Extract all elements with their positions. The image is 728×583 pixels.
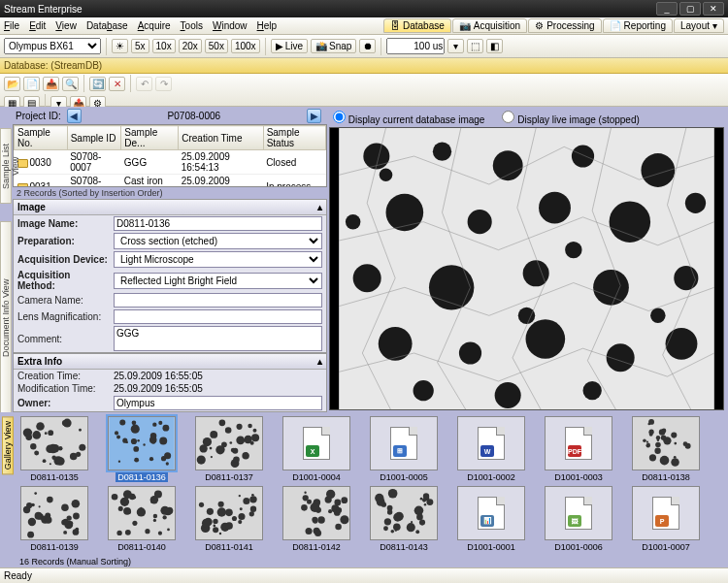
- gallery-thumb[interactable]: PD1001-0007: [627, 486, 705, 552]
- svg-point-199: [249, 496, 256, 502]
- brightness-icon[interactable]: ☀: [112, 39, 128, 53]
- gallery-thumb[interactable]: ⊞D1001-0005: [365, 416, 443, 482]
- window-min-button[interactable]: _: [656, 2, 678, 16]
- mag-20x-button[interactable]: 20x: [179, 39, 202, 53]
- live-button[interactable]: ▶ Live: [271, 39, 308, 53]
- collapse-icon[interactable]: ▴: [317, 356, 322, 367]
- opt-display-db-image[interactable]: Display current database image: [333, 111, 484, 125]
- vtab-sample-list[interactable]: Sample List View: [0, 128, 12, 204]
- svg-point-176: [118, 506, 123, 511]
- mag-50x-button[interactable]: 50x: [205, 39, 228, 53]
- vtab-gallery[interactable]: Gallery View: [2, 416, 14, 474]
- svg-point-209: [213, 525, 215, 528]
- app-title: Stream Enterprise: [4, 4, 83, 15]
- project-prev-button[interactable]: ◀: [67, 109, 82, 123]
- gallery-thumb[interactable]: D0811-0140: [103, 486, 181, 552]
- menu-view[interactable]: View: [55, 20, 77, 31]
- collapse-icon[interactable]: ▴: [317, 202, 322, 212]
- gallery-thumb[interactable]: WD1001-0002: [452, 416, 530, 482]
- col-sample-status[interactable]: Sample Status: [263, 126, 325, 150]
- db-insert-icon[interactable]: 📥: [43, 77, 59, 91]
- window-close-button[interactable]: ✕: [703, 2, 724, 16]
- gallery-thumb[interactable]: D0811-0139: [16, 486, 93, 552]
- mag-10x-button[interactable]: 10x: [152, 39, 176, 53]
- camera-name-input[interactable]: [114, 293, 322, 308]
- device-select[interactable]: Olympus BX61: [4, 38, 101, 54]
- gallery-thumb[interactable]: 🖼D1001-0006: [540, 486, 617, 552]
- project-next-button[interactable]: ▶: [307, 109, 321, 123]
- gallery-footer: 16 Records (Manual Sorting): [16, 556, 724, 567]
- col-sample-id[interactable]: Sample ID: [67, 126, 121, 150]
- gallery-thumb[interactable]: D0811-0142: [278, 486, 355, 552]
- menu-help[interactable]: Help: [257, 20, 278, 31]
- gallery-thumb[interactable]: D0811-0143: [365, 486, 443, 552]
- extra-panel-title: Extra Info: [17, 356, 62, 367]
- col-sample-no[interactable]: Sample No.: [15, 126, 68, 150]
- tool-b-icon[interactable]: ◧: [486, 39, 503, 53]
- gallery-thumb[interactable]: D0811-0137: [190, 416, 268, 482]
- thumb-label: D1001-0002: [467, 472, 515, 482]
- db-open-icon[interactable]: 📂: [4, 77, 20, 91]
- col-creation-time[interactable]: Creation Time: [179, 126, 263, 150]
- tab-layout[interactable]: Layout ▾: [674, 18, 724, 33]
- gallery-thumb[interactable]: D0811-0141: [190, 486, 268, 552]
- image-viewer[interactable]: [329, 127, 724, 410]
- image-name-input[interactable]: [114, 216, 322, 231]
- tool-a-icon[interactable]: ⬚: [467, 39, 483, 53]
- db-refresh-icon[interactable]: 🔄: [89, 77, 106, 91]
- gallery-thumb[interactable]: D0811-0136: [103, 416, 181, 482]
- record-icon[interactable]: ⏺: [359, 39, 376, 53]
- svg-point-201: [217, 507, 226, 516]
- records-table[interactable]: Sample No. Sample ID Sample De... Creati…: [13, 124, 327, 187]
- gallery-thumb[interactable]: D0811-0138: [627, 416, 705, 482]
- menu-file[interactable]: FFileile: [4, 20, 19, 31]
- view-options: Display current database image Display l…: [329, 109, 724, 127]
- menu-acquire[interactable]: Acquire: [138, 20, 171, 31]
- gallery-thumb[interactable]: D0811-0135: [16, 416, 93, 482]
- acq-method-select[interactable]: Reflected Light Bright Field: [114, 273, 322, 289]
- svg-point-18: [526, 319, 566, 359]
- col-sample-desc[interactable]: Sample De...: [121, 126, 179, 150]
- svg-point-197: [232, 516, 237, 521]
- db-search-icon[interactable]: 🔍: [62, 77, 79, 91]
- db-new-icon[interactable]: 📄: [23, 77, 40, 91]
- mag-5x-button[interactable]: 5x: [131, 39, 149, 53]
- gallery-thumb[interactable]: PDFD1001-0003: [540, 416, 617, 482]
- owner-input[interactable]: [114, 396, 322, 410]
- snap-button[interactable]: 📸 Snap: [311, 39, 356, 53]
- exposure-auto-icon[interactable]: ▾: [447, 39, 464, 53]
- gallery-thumb[interactable]: 📊D1001-0001: [452, 486, 530, 552]
- acq-device-select[interactable]: Light Microscope: [114, 251, 322, 268]
- thumb-label: D0811-0142: [292, 542, 341, 552]
- window-max-button[interactable]: ▢: [679, 2, 701, 16]
- menu-database[interactable]: Database: [86, 20, 128, 31]
- opt-display-live-image[interactable]: Display live image (stopped): [502, 111, 639, 125]
- menu-window[interactable]: Window: [213, 20, 248, 31]
- tab-reporting[interactable]: 📄 Reporting: [603, 18, 673, 33]
- project-id-value: P0708-0006: [87, 111, 301, 121]
- svg-point-232: [335, 524, 342, 531]
- mag-100x-button[interactable]: 100x: [231, 39, 260, 53]
- main-area: Sample List View Document Info View Proj…: [0, 107, 728, 412]
- gallery-thumb[interactable]: XD1001-0004: [278, 416, 355, 482]
- svg-point-47: [48, 430, 53, 436]
- lens-mag-input[interactable]: [114, 309, 322, 324]
- exposure-input[interactable]: [386, 38, 445, 54]
- menu-edit[interactable]: Edit: [29, 20, 46, 31]
- menu-tools[interactable]: Tools: [181, 20, 203, 31]
- svg-point-252: [423, 493, 429, 499]
- comment-input[interactable]: GGG: [114, 326, 322, 351]
- preparation-select[interactable]: Cross section (etched): [114, 233, 322, 249]
- vtab-document-info[interactable]: Document Info View: [0, 221, 12, 415]
- svg-point-77: [115, 431, 118, 435]
- db-delete-icon[interactable]: ✕: [109, 77, 125, 91]
- svg-point-105: [250, 441, 254, 445]
- svg-point-32: [36, 422, 45, 431]
- tab-acquisition[interactable]: 📷 Acquisition: [452, 18, 527, 33]
- tab-processing[interactable]: ⚙ Processing: [528, 18, 601, 33]
- table-row[interactable]: 0031S0708-0008Cast iron a...25.09.2009 1…: [15, 175, 326, 187]
- table-row[interactable]: 0030S0708-0007GGG25.09.2009 16:54:13Clos…: [15, 150, 326, 175]
- svg-point-85: [219, 420, 226, 427]
- svg-point-171: [162, 515, 166, 519]
- tab-database[interactable]: 🗄 Database: [383, 18, 451, 33]
